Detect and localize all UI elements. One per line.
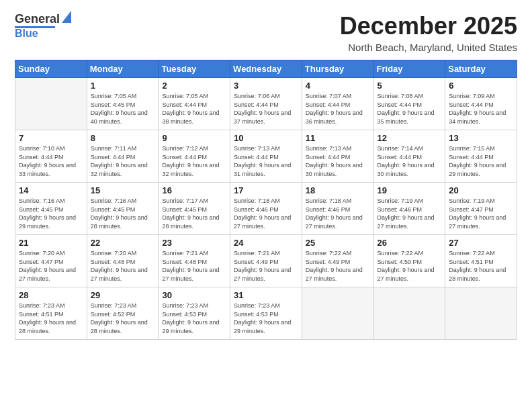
- table-row: 5Sunrise: 7:08 AMSunset: 4:44 PMDaylight…: [373, 78, 445, 130]
- calendar-week-row: 1Sunrise: 7:05 AMSunset: 4:45 PMDaylight…: [15, 78, 517, 130]
- day-number: 24: [234, 238, 298, 248]
- table-row: 21Sunrise: 7:20 AMSunset: 4:47 PMDayligh…: [15, 235, 87, 287]
- day-info: Sunrise: 7:19 AMSunset: 4:47 PMDaylight:…: [449, 197, 513, 230]
- table-row: 16Sunrise: 7:17 AMSunset: 4:45 PMDayligh…: [159, 183, 230, 235]
- col-sunday: Sunday: [15, 60, 87, 78]
- table-row: 13Sunrise: 7:15 AMSunset: 4:44 PMDayligh…: [445, 130, 517, 183]
- day-number: 6: [449, 81, 513, 91]
- svg-marker-0: [62, 11, 71, 23]
- table-row: [302, 287, 373, 340]
- day-info: Sunrise: 7:16 AMSunset: 4:45 PMDaylight:…: [91, 197, 155, 230]
- table-row: 12Sunrise: 7:14 AMSunset: 4:44 PMDayligh…: [373, 130, 445, 183]
- col-friday: Friday: [373, 60, 445, 78]
- day-number: 23: [162, 238, 226, 248]
- day-number: 7: [19, 133, 83, 143]
- day-info: Sunrise: 7:15 AMSunset: 4:44 PMDaylight:…: [449, 144, 513, 178]
- day-info: Sunrise: 7:13 AMSunset: 4:44 PMDaylight:…: [306, 144, 370, 178]
- day-info: Sunrise: 7:17 AMSunset: 4:45 PMDaylight:…: [162, 197, 226, 230]
- table-row: 28Sunrise: 7:23 AMSunset: 4:51 PMDayligh…: [15, 287, 87, 340]
- day-number: 3: [234, 81, 298, 91]
- table-row: 7Sunrise: 7:10 AMSunset: 4:44 PMDaylight…: [15, 130, 87, 183]
- table-row: 3Sunrise: 7:06 AMSunset: 4:44 PMDaylight…: [230, 78, 302, 130]
- calendar-week-row: 14Sunrise: 7:16 AMSunset: 4:45 PMDayligh…: [15, 183, 517, 235]
- day-number: 9: [162, 133, 226, 143]
- day-number: 30: [162, 290, 226, 300]
- table-row: 31Sunrise: 7:23 AMSunset: 4:53 PMDayligh…: [230, 287, 302, 340]
- day-info: Sunrise: 7:05 AMSunset: 4:45 PMDaylight:…: [91, 92, 155, 126]
- day-info: Sunrise: 7:16 AMSunset: 4:45 PMDaylight:…: [19, 197, 83, 230]
- day-info: Sunrise: 7:13 AMSunset: 4:44 PMDaylight:…: [234, 144, 298, 178]
- table-row: 30Sunrise: 7:23 AMSunset: 4:53 PMDayligh…: [159, 287, 230, 340]
- table-row: 18Sunrise: 7:18 AMSunset: 4:46 PMDayligh…: [302, 183, 373, 235]
- day-info: Sunrise: 7:18 AMSunset: 4:46 PMDaylight:…: [234, 197, 298, 230]
- day-info: Sunrise: 7:21 AMSunset: 4:48 PMDaylight:…: [162, 249, 226, 283]
- day-number: 5: [378, 81, 442, 91]
- day-number: 19: [378, 185, 442, 195]
- day-number: 27: [449, 238, 513, 248]
- day-info: Sunrise: 7:23 AMSunset: 4:52 PMDaylight:…: [91, 302, 155, 335]
- day-info: Sunrise: 7:22 AMSunset: 4:51 PMDaylight:…: [449, 249, 513, 283]
- table-row: 15Sunrise: 7:16 AMSunset: 4:45 PMDayligh…: [87, 183, 159, 235]
- day-info: Sunrise: 7:22 AMSunset: 4:49 PMDaylight:…: [306, 249, 370, 283]
- table-row: [373, 287, 445, 340]
- day-number: 1: [91, 81, 155, 91]
- col-wednesday: Wednesday: [230, 60, 302, 78]
- day-info: Sunrise: 7:21 AMSunset: 4:49 PMDaylight:…: [234, 249, 298, 283]
- day-info: Sunrise: 7:08 AMSunset: 4:44 PMDaylight:…: [378, 92, 442, 126]
- table-row: 1Sunrise: 7:05 AMSunset: 4:45 PMDaylight…: [87, 78, 159, 130]
- table-row: 4Sunrise: 7:07 AMSunset: 4:44 PMDaylight…: [302, 78, 373, 130]
- col-monday: Monday: [87, 60, 159, 78]
- day-info: Sunrise: 7:23 AMSunset: 4:53 PMDaylight:…: [234, 302, 298, 335]
- table-row: [445, 287, 517, 340]
- page: General Blue December 2025 North Beach, …: [0, 0, 532, 411]
- day-number: 12: [378, 133, 442, 143]
- day-number: 20: [449, 185, 513, 195]
- day-number: 16: [162, 185, 226, 195]
- table-row: 20Sunrise: 7:19 AMSunset: 4:47 PMDayligh…: [445, 183, 517, 235]
- day-info: Sunrise: 7:18 AMSunset: 4:46 PMDaylight:…: [306, 197, 370, 230]
- table-row: 2Sunrise: 7:05 AMSunset: 4:44 PMDaylight…: [159, 78, 230, 130]
- day-number: 4: [306, 81, 370, 91]
- col-tuesday: Tuesday: [159, 60, 230, 78]
- day-info: Sunrise: 7:09 AMSunset: 4:44 PMDaylight:…: [449, 92, 513, 126]
- day-info: Sunrise: 7:10 AMSunset: 4:44 PMDaylight:…: [19, 144, 83, 178]
- day-number: 11: [306, 133, 370, 143]
- day-number: 28: [19, 290, 83, 300]
- day-number: 10: [234, 133, 298, 143]
- table-row: 23Sunrise: 7:21 AMSunset: 4:48 PMDayligh…: [159, 235, 230, 287]
- day-number: 21: [19, 238, 83, 248]
- col-thursday: Thursday: [302, 60, 373, 78]
- calendar-title: December 2025: [340, 12, 517, 40]
- day-info: Sunrise: 7:11 AMSunset: 4:44 PMDaylight:…: [91, 144, 155, 178]
- day-number: 14: [19, 185, 83, 195]
- header: General Blue December 2025 North Beach, …: [15, 12, 517, 53]
- day-number: 31: [234, 290, 298, 300]
- table-row: 25Sunrise: 7:22 AMSunset: 4:49 PMDayligh…: [302, 235, 373, 287]
- day-info: Sunrise: 7:06 AMSunset: 4:44 PMDaylight:…: [234, 92, 298, 126]
- day-number: 8: [91, 133, 155, 143]
- day-number: 18: [306, 185, 370, 195]
- title-block: December 2025 North Beach, Maryland, Uni…: [340, 12, 517, 53]
- table-row: 17Sunrise: 7:18 AMSunset: 4:46 PMDayligh…: [230, 183, 302, 235]
- day-number: 29: [91, 290, 155, 300]
- table-row: 10Sunrise: 7:13 AMSunset: 4:44 PMDayligh…: [230, 130, 302, 183]
- day-info: Sunrise: 7:14 AMSunset: 4:44 PMDaylight:…: [378, 144, 442, 178]
- day-number: 13: [449, 133, 513, 143]
- day-info: Sunrise: 7:07 AMSunset: 4:44 PMDaylight:…: [306, 92, 370, 126]
- day-number: 26: [378, 238, 442, 248]
- calendar-week-row: 7Sunrise: 7:10 AMSunset: 4:44 PMDaylight…: [15, 130, 517, 183]
- logo: General Blue: [15, 12, 71, 39]
- day-number: 15: [91, 185, 155, 195]
- table-row: 27Sunrise: 7:22 AMSunset: 4:51 PMDayligh…: [445, 235, 517, 287]
- calendar-week-row: 21Sunrise: 7:20 AMSunset: 4:47 PMDayligh…: [15, 235, 517, 287]
- calendar-week-row: 28Sunrise: 7:23 AMSunset: 4:51 PMDayligh…: [15, 287, 517, 340]
- table-row: 19Sunrise: 7:19 AMSunset: 4:46 PMDayligh…: [373, 183, 445, 235]
- table-row: 9Sunrise: 7:12 AMSunset: 4:44 PMDaylight…: [159, 130, 230, 183]
- table-row: 6Sunrise: 7:09 AMSunset: 4:44 PMDaylight…: [445, 78, 517, 130]
- logo-blue-text: Blue: [15, 28, 38, 39]
- day-info: Sunrise: 7:05 AMSunset: 4:44 PMDaylight:…: [162, 92, 226, 126]
- table-row: 14Sunrise: 7:16 AMSunset: 4:45 PMDayligh…: [15, 183, 87, 235]
- table-row: 22Sunrise: 7:20 AMSunset: 4:48 PMDayligh…: [87, 235, 159, 287]
- day-number: 25: [306, 238, 370, 248]
- day-info: Sunrise: 7:23 AMSunset: 4:51 PMDaylight:…: [19, 302, 83, 335]
